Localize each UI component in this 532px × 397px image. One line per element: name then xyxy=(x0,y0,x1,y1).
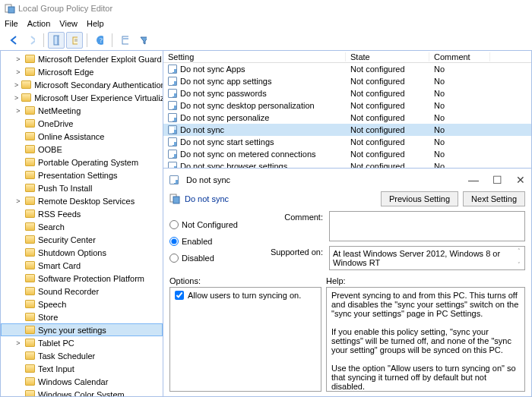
folder-icon xyxy=(25,287,35,295)
menu-view[interactable]: View xyxy=(59,19,78,28)
folder-icon xyxy=(25,300,35,308)
policy-icon xyxy=(168,137,177,147)
svg-rect-2 xyxy=(54,36,58,45)
tree-item[interactable]: OOBE xyxy=(1,143,163,156)
folder-icon xyxy=(25,184,35,192)
help-button[interactable]: ? xyxy=(91,32,108,49)
folder-icon xyxy=(25,158,35,166)
tree-item[interactable]: RSS Feeds xyxy=(1,207,163,220)
maximize-button[interactable]: ☐ xyxy=(492,174,502,186)
tree-item[interactable]: Online Assistance xyxy=(1,130,163,143)
list-row[interactable]: Do not sync browser settingsNot configur… xyxy=(163,160,531,169)
tree-item[interactable]: >Microsoft Defender Exploit Guard xyxy=(1,52,163,65)
list-row[interactable]: Do not sync desktop personalizationNot c… xyxy=(163,99,531,112)
menu-help[interactable]: Help xyxy=(87,19,104,28)
properties-button[interactable] xyxy=(66,32,83,49)
folder-icon xyxy=(25,119,35,128)
folder-icon xyxy=(25,377,35,386)
folder-icon xyxy=(25,210,35,218)
tree-pane[interactable]: >Microsoft Defender Exploit Guard>Micros… xyxy=(0,50,163,397)
header-state[interactable]: State xyxy=(346,52,429,61)
show-hide-tree-button[interactable] xyxy=(48,32,65,49)
folder-icon xyxy=(25,132,35,140)
dialog-subtitle: Do not sync xyxy=(185,194,229,203)
tree-item[interactable]: Windows Calendar xyxy=(1,375,163,388)
list-row[interactable]: Do not sync passwordsNot configuredNo xyxy=(163,87,531,99)
folder-icon xyxy=(25,145,35,153)
tree-item[interactable]: >Microsoft Edge xyxy=(1,65,163,78)
tree-item[interactable]: Push To Install xyxy=(1,181,163,194)
header-setting[interactable]: Setting xyxy=(163,52,346,61)
tree-item[interactable]: >Microsoft User Experience Virtualizatio… xyxy=(1,91,163,104)
folder-icon xyxy=(25,274,35,282)
tree-item[interactable]: >Tablet PC xyxy=(1,336,163,349)
folder-icon xyxy=(25,235,35,244)
toolbar: ? xyxy=(0,30,532,50)
radio-not-configured[interactable]: Not Configured xyxy=(169,217,253,232)
previous-setting-button[interactable]: Previous Setting xyxy=(381,191,458,206)
folder-icon xyxy=(25,197,35,205)
list-row[interactable]: Do not sync on metered connectionsNot co… xyxy=(163,148,531,160)
tree-item[interactable]: Task Scheduler xyxy=(1,349,163,362)
window-title: Local Group Policy Editor xyxy=(18,4,112,13)
tree-item[interactable]: >Microsoft Secondary Authentication Fa xyxy=(1,78,163,91)
back-button[interactable] xyxy=(5,32,21,49)
radio-disabled[interactable]: Disabled xyxy=(169,250,253,266)
policy-icon xyxy=(169,194,180,204)
folder-icon xyxy=(25,55,35,63)
tree-item[interactable]: Presentation Settings xyxy=(1,169,163,181)
policy-icon xyxy=(169,175,179,184)
tree-item[interactable]: Search xyxy=(1,220,163,233)
policy-icon xyxy=(168,125,177,134)
tree-item[interactable]: Smart Card xyxy=(1,259,163,272)
tree-item[interactable]: Text Input xyxy=(1,362,163,375)
policy-icon xyxy=(168,77,177,86)
tree-item[interactable]: Security Center xyxy=(1,233,163,246)
radio-enabled[interactable]: Enabled xyxy=(169,234,253,249)
folder-icon xyxy=(25,68,35,76)
tree-item[interactable]: >Remote Desktop Services xyxy=(1,194,163,207)
tree-item[interactable]: Windows Color System xyxy=(1,388,163,397)
supported-on-label: Supported on: xyxy=(262,246,323,257)
folder-icon xyxy=(25,171,35,179)
folder-icon xyxy=(25,261,35,269)
forward-button[interactable] xyxy=(23,32,40,49)
close-button[interactable]: ✕ xyxy=(516,174,525,186)
tree-item[interactable]: Shutdown Options xyxy=(1,246,163,259)
list-row[interactable]: Do not sync AppsNot configuredNo xyxy=(163,63,531,75)
header-comment[interactable]: Comment xyxy=(429,52,490,61)
policy-icon xyxy=(168,101,177,110)
tree-item[interactable]: >NetMeeting xyxy=(1,104,163,117)
folder-icon xyxy=(25,313,35,321)
menu-file[interactable]: File xyxy=(5,19,18,28)
folder-icon xyxy=(25,364,35,373)
tree-item[interactable]: Store xyxy=(1,310,163,323)
tree-item[interactable]: Speech xyxy=(1,298,163,310)
tree-item[interactable]: Sound Recorder xyxy=(1,285,163,298)
menu-action[interactable]: Action xyxy=(27,19,51,28)
folder-icon xyxy=(25,390,35,397)
svg-rect-9 xyxy=(122,36,128,44)
next-setting-button[interactable]: Next Setting xyxy=(463,191,525,206)
tree-item[interactable]: Sync your settings xyxy=(1,323,163,336)
list-row[interactable]: Do not sync app settingsNot configuredNo xyxy=(163,75,531,87)
list-row[interactable]: Do not sync start settingsNot configured… xyxy=(163,136,531,148)
settings-list[interactable]: Setting State Comment Do not sync AppsNo… xyxy=(163,50,532,169)
comment-field[interactable] xyxy=(329,211,525,241)
folder-icon xyxy=(25,351,35,360)
filter-options-button[interactable] xyxy=(116,32,133,49)
window-title-bar: Local Group Policy Editor xyxy=(0,0,532,17)
dialog-title: Do not sync xyxy=(186,175,230,184)
policy-dialog: Do not sync — ☐ ✕ Do not sync Previous S… xyxy=(163,169,532,397)
tree-item[interactable]: Portable Operating System xyxy=(1,156,163,169)
allow-users-sync-checkbox[interactable]: Allow users to turn syncing on. xyxy=(175,291,316,300)
tree-item[interactable]: Software Protection Platform xyxy=(1,272,163,285)
minimize-button[interactable]: — xyxy=(468,174,479,186)
list-row[interactable]: Do not sync personalizeNot configuredNo xyxy=(163,112,531,124)
filter-button[interactable] xyxy=(135,32,151,49)
svg-rect-12 xyxy=(173,197,179,203)
svg-rect-1 xyxy=(8,7,14,13)
list-row[interactable]: Do not syncNot configuredNo xyxy=(163,124,531,136)
tree-item[interactable]: OneDrive xyxy=(1,117,163,130)
policy-icon xyxy=(168,113,177,122)
